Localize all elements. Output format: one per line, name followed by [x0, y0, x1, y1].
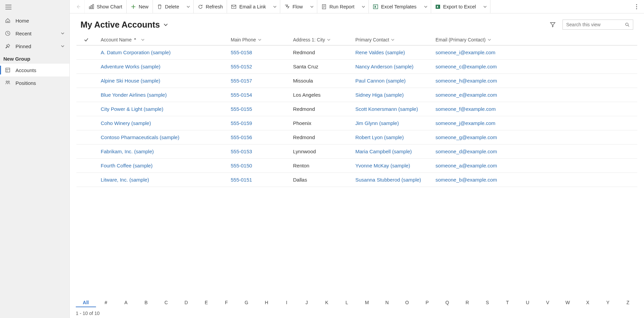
view-selector[interactable]: My Active Accounts — [80, 20, 168, 30]
table-row[interactable]: Adventure Works (sample)555-0152Santa Cr… — [76, 60, 637, 74]
email-link[interactable]: someone_d@example.com — [436, 149, 637, 154]
email-link[interactable]: someone_j@example.com — [436, 120, 637, 126]
alpha-filter-k[interactable]: K — [317, 298, 337, 307]
table-row[interactable]: Fabrikam, Inc. (sample)555-0153LynnwoodM… — [76, 145, 637, 159]
export-excel-button[interactable]: Export to Excel — [431, 0, 480, 13]
table-row[interactable]: Litware, Inc. (sample)555-0151DallasSusa… — [76, 173, 637, 187]
account-name-link[interactable]: Fabrikam, Inc. (sample) — [97, 149, 231, 154]
alpha-filter-e[interactable]: E — [196, 298, 217, 307]
alpha-filter-v[interactable]: V — [538, 298, 558, 307]
contact-link[interactable]: Susanna Stubberod (sample) — [355, 177, 436, 183]
email-link[interactable]: someone_b@example.com — [436, 177, 637, 183]
refresh-button[interactable]: Refresh — [194, 0, 227, 13]
delete-dropdown[interactable] — [183, 0, 194, 13]
phone-link[interactable]: 555-0150 — [231, 163, 293, 168]
table-row[interactable]: Blue Yonder Airlines (sample)555-0154Los… — [76, 88, 637, 102]
email-link[interactable]: someone_i@example.com — [436, 50, 637, 55]
column-header-city[interactable]: Address 1: City — [293, 37, 355, 42]
contact-link[interactable]: Sidney Higa (sample) — [355, 92, 436, 98]
alpha-filter-a[interactable]: A — [116, 298, 136, 307]
contact-link[interactable]: Jim Glynn (sample) — [355, 120, 436, 126]
phone-link[interactable]: 555-0156 — [231, 134, 293, 140]
export-excel-dropdown[interactable] — [480, 0, 490, 13]
excel-templates-dropdown[interactable] — [421, 0, 431, 13]
more-commands-button[interactable] — [631, 0, 642, 13]
email-link[interactable]: someone_g@example.com — [436, 134, 637, 140]
nav-home[interactable]: Home — [0, 14, 69, 27]
run-report-dropdown[interactable] — [358, 0, 369, 13]
table-row[interactable]: Contoso Pharmaceuticals (sample)555-0156… — [76, 130, 637, 145]
email-link[interactable]: someone_a@example.com — [436, 163, 637, 168]
search-box[interactable] — [562, 20, 633, 30]
email-link[interactable]: someone_e@example.com — [436, 92, 637, 98]
account-name-link[interactable]: City Power & Light (sample) — [97, 106, 231, 112]
column-header-contact[interactable]: Primary Contact — [355, 37, 436, 42]
new-button[interactable]: New — [127, 0, 153, 13]
alpha-filter-z[interactable]: Z — [618, 298, 638, 307]
account-name-link[interactable]: Litware, Inc. (sample) — [97, 177, 231, 183]
table-row[interactable]: Fourth Coffee (sample)555-0150RentonYvon… — [76, 159, 637, 173]
account-name-link[interactable]: Adventure Works (sample) — [97, 64, 231, 69]
alpha-filter-all[interactable]: All — [76, 298, 96, 307]
table-row[interactable]: Coho Winery (sample)555-0159PhoenixJim G… — [76, 116, 637, 130]
account-name-link[interactable]: Blue Yonder Airlines (sample) — [97, 92, 231, 98]
alpha-filter-f[interactable]: F — [216, 298, 236, 307]
phone-link[interactable]: 555-0158 — [231, 50, 293, 55]
alpha-filter-m[interactable]: M — [357, 298, 377, 307]
alpha-filter-i[interactable]: I — [277, 298, 297, 307]
contact-link[interactable]: Robert Lyon (sample) — [355, 134, 436, 140]
account-name-link[interactable]: Contoso Pharmaceuticals (sample) — [97, 134, 231, 140]
contact-link[interactable]: Maria Campbell (sample) — [355, 149, 436, 154]
search-input[interactable] — [566, 22, 625, 27]
alpha-filter-r[interactable]: R — [457, 298, 478, 307]
alpha-filter-u[interactable]: U — [517, 298, 538, 307]
back-button[interactable] — [72, 0, 85, 13]
nav-accounts[interactable]: Accounts — [0, 64, 69, 76]
flow-button[interactable]: Flow — [280, 0, 307, 13]
alpha-filter-d[interactable]: D — [176, 298, 196, 307]
phone-link[interactable]: 555-0151 — [231, 177, 293, 183]
contact-link[interactable]: Rene Valdes (sample) — [355, 50, 436, 55]
email-link[interactable]: someone_f@example.com — [436, 106, 637, 112]
select-all-checkbox[interactable] — [76, 37, 97, 42]
alpha-filter-#[interactable]: # — [96, 298, 116, 307]
alpha-filter-w[interactable]: W — [558, 298, 578, 307]
account-name-link[interactable]: A. Datum Corporation (sample) — [97, 50, 231, 55]
phone-link[interactable]: 555-0152 — [231, 64, 293, 69]
column-header-email[interactable]: Email (Primary Contact) — [436, 37, 637, 42]
account-name-link[interactable]: Alpine Ski House (sample) — [97, 78, 231, 84]
alpha-filter-t[interactable]: T — [497, 298, 518, 307]
account-name-link[interactable]: Coho Winery (sample) — [97, 120, 231, 126]
alpha-filter-l[interactable]: L — [337, 298, 357, 307]
table-row[interactable]: Alpine Ski House (sample)555-0157Missoul… — [76, 74, 637, 88]
contact-link[interactable]: Paul Cannon (sample) — [355, 78, 436, 84]
phone-link[interactable]: 555-0155 — [231, 106, 293, 112]
hamburger-button[interactable] — [0, 0, 69, 14]
show-chart-button[interactable]: Show Chart — [85, 0, 126, 13]
nav-positions[interactable]: Positions — [0, 76, 69, 89]
column-header-name[interactable]: Account Name — [97, 37, 231, 42]
flow-dropdown[interactable] — [307, 0, 317, 13]
email-link-dropdown[interactable] — [270, 0, 280, 13]
alpha-filter-b[interactable]: B — [136, 298, 156, 307]
email-link-button[interactable]: Email a Link — [227, 0, 270, 13]
account-name-link[interactable]: Fourth Coffee (sample) — [97, 163, 231, 168]
nav-recent[interactable]: Recent — [0, 27, 69, 40]
alpha-filter-n[interactable]: N — [377, 298, 397, 307]
phone-link[interactable]: 555-0153 — [231, 149, 293, 154]
alpha-filter-x[interactable]: X — [578, 298, 598, 307]
alpha-filter-q[interactable]: Q — [437, 298, 457, 307]
alpha-filter-y[interactable]: Y — [598, 298, 618, 307]
delete-button[interactable]: Delete — [153, 0, 183, 13]
alpha-filter-j[interactable]: J — [297, 298, 317, 307]
alpha-filter-o[interactable]: O — [397, 298, 417, 307]
phone-link[interactable]: 555-0157 — [231, 78, 293, 84]
contact-link[interactable]: Scott Konersmann (sample) — [355, 106, 436, 112]
alpha-filter-c[interactable]: C — [156, 298, 176, 307]
excel-templates-button[interactable]: Excel Templates — [369, 0, 420, 13]
alpha-filter-h[interactable]: H — [256, 298, 277, 307]
table-row[interactable]: City Power & Light (sample)555-0155Redmo… — [76, 102, 637, 116]
table-row[interactable]: A. Datum Corporation (sample)555-0158Red… — [76, 45, 637, 60]
alpha-filter-g[interactable]: G — [236, 298, 257, 307]
filter-button[interactable] — [550, 22, 556, 28]
